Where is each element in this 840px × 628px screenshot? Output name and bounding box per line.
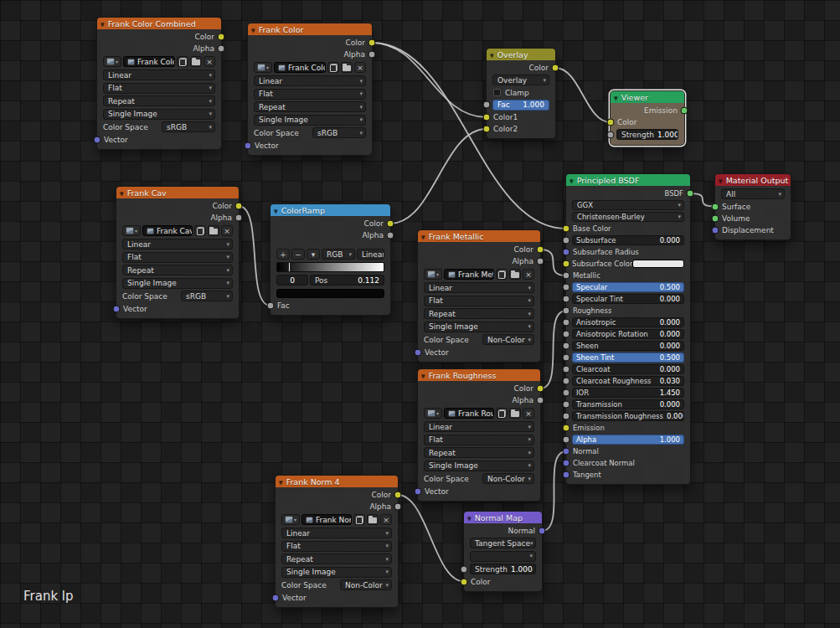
anisotropic-rotation-slider[interactable]: Anisotropic Rotation0.000 xyxy=(572,329,684,340)
socket-sheen[interactable] xyxy=(563,342,570,350)
collapse-icon[interactable]: ▼ xyxy=(569,178,574,183)
node-colorramp[interactable]: ▼ColorRampColorAlpha+−▾RGB▾Linear▾0Pos0.… xyxy=(270,203,391,316)
collapse-icon[interactable]: ▼ xyxy=(421,234,425,239)
collapse-icon[interactable]: ▼ xyxy=(100,21,105,27)
socket-color[interactable] xyxy=(368,39,376,47)
image-browse-button[interactable]: ▾ xyxy=(281,514,300,525)
node-header-frank-color-combined[interactable]: ▼Frank Color Combined xyxy=(97,18,221,29)
socket-emission[interactable] xyxy=(681,107,688,115)
socket-vector[interactable] xyxy=(245,142,252,149)
socket-subsurface_color[interactable] xyxy=(563,260,570,268)
socket-clearcoat_normal[interactable] xyxy=(563,460,570,467)
interpolation-select[interactable]: Linear▾ xyxy=(357,249,384,260)
socket-displacement[interactable] xyxy=(712,226,719,234)
clearcoat-slider[interactable]: Clearcoat0.000 xyxy=(572,364,684,375)
open-image-button[interactable] xyxy=(367,514,379,525)
socket-color[interactable] xyxy=(394,492,402,499)
socket-ior[interactable] xyxy=(563,389,570,397)
socket-alpha[interactable] xyxy=(394,503,402,511)
repeat-select[interactable]: Repeat▾ xyxy=(424,447,534,458)
socket-emission[interactable] xyxy=(563,425,570,432)
specular-slider[interactable]: Specular0.500 xyxy=(572,282,684,293)
flat-select[interactable]: Flat▾ xyxy=(122,252,233,263)
socket-anisotropic[interactable] xyxy=(563,319,570,327)
stop-position-slider[interactable]: Pos0.112 xyxy=(310,275,384,286)
socket-vector[interactable] xyxy=(113,305,121,312)
fac-slider[interactable]: Fac1.000 xyxy=(492,100,549,111)
socket-alpha[interactable] xyxy=(387,232,394,239)
flat-select[interactable]: Flat▾ xyxy=(254,89,366,100)
node-overlay[interactable]: ▼OverlayColorOverlay▾ClampFac1.000Color1… xyxy=(486,48,556,139)
collapse-icon[interactable]: ▼ xyxy=(120,190,124,196)
duplicate-image-button[interactable] xyxy=(496,408,508,419)
node-frank-cav[interactable]: ▼Frank CavColorAlpha▾Frank Cav×Linear▾Fl… xyxy=(116,186,240,319)
socket-specular[interactable] xyxy=(563,284,570,291)
transmission-roughness-slider[interactable]: Transmission Roughness0.000 xyxy=(572,411,684,422)
unlink-image-button[interactable]: × xyxy=(221,225,233,236)
node-header-overlay[interactable]: ▼Overlay xyxy=(487,49,555,60)
socket-subsurface_radius[interactable] xyxy=(563,249,570,256)
collapse-icon[interactable]: ▼ xyxy=(719,178,723,183)
color-space-select[interactable]: sRGB▾ xyxy=(312,127,366,138)
specular-tint-slider[interactable]: Specular Tint0.000 xyxy=(572,294,684,305)
node-header-frank-norm-4[interactable]: ▼Frank Norm 4 xyxy=(276,476,398,487)
socket-color[interactable] xyxy=(607,119,615,126)
socket-anisotropic_rotation[interactable] xyxy=(563,331,570,338)
color-space-select[interactable]: Non-Color▾ xyxy=(340,579,392,590)
ior-slider[interactable]: IOR1.450 xyxy=(572,388,684,399)
socket-alpha[interactable] xyxy=(235,214,243,222)
socket-alpha[interactable] xyxy=(218,45,225,53)
socket-vector[interactable] xyxy=(272,594,280,601)
collapse-icon[interactable]: ▼ xyxy=(251,27,255,33)
unlink-image-button[interactable]: × xyxy=(523,408,534,419)
node-header-material-output[interactable]: ▼Material Output xyxy=(715,174,791,186)
image-browse-button[interactable]: ▾ xyxy=(424,408,442,419)
socket-strength[interactable] xyxy=(461,565,468,573)
socket-color[interactable] xyxy=(387,220,394,228)
color-space-select[interactable]: Non-Color▾ xyxy=(482,334,534,345)
repeat-select[interactable]: Repeat▾ xyxy=(103,95,215,106)
ramp-stop-handle[interactable] xyxy=(288,262,291,272)
node-header-frank-roughness[interactable]: ▼Frank Roughness xyxy=(418,369,540,381)
open-image-button[interactable] xyxy=(341,62,353,73)
ggx-select[interactable]: GGX▾ xyxy=(572,200,684,211)
single-image-select[interactable]: Single Image▾ xyxy=(424,322,534,332)
color-ramp-gradient[interactable] xyxy=(276,262,384,272)
single-image-select[interactable]: Single Image▾ xyxy=(103,109,215,120)
linear-select[interactable]: Linear▾ xyxy=(424,282,534,293)
socket-vector[interactable] xyxy=(415,487,422,495)
open-image-button[interactable] xyxy=(509,269,521,280)
repeat-select[interactable]: Repeat▾ xyxy=(122,265,233,275)
socket-normal[interactable] xyxy=(539,528,546,535)
image-browse-button[interactable]: ▾ xyxy=(254,62,272,73)
socket-subsurface[interactable] xyxy=(563,237,570,245)
open-image-button[interactable] xyxy=(190,56,202,67)
socket-color[interactable] xyxy=(552,64,559,72)
node-material-output[interactable]: ▼Material OutputAll▾SurfaceVolumeDisplac… xyxy=(714,173,791,240)
linear-select[interactable]: Linear▾ xyxy=(122,239,233,250)
subsurface-slider[interactable]: Subsurface0.000 xyxy=(572,235,684,246)
image-name-field[interactable]: Frank Color Com... xyxy=(123,56,175,67)
single-image-select[interactable]: Single Image▾ xyxy=(122,278,233,289)
socket-tangent[interactable] xyxy=(563,471,570,479)
socket-vector[interactable] xyxy=(94,136,101,143)
overlay-select[interactable]: Overlay▾ xyxy=(492,75,549,85)
socket-fac[interactable] xyxy=(483,101,491,109)
duplicate-image-button[interactable] xyxy=(327,62,339,73)
open-image-button[interactable] xyxy=(509,408,521,419)
socket-color[interactable] xyxy=(537,385,544,393)
linear-select[interactable]: Linear▾ xyxy=(254,75,366,86)
node-principled[interactable]: ▼Principled BSDFBSDFGGX▾Christensen-Burl… xyxy=(565,173,691,485)
image-name-field[interactable]: Frank Metallic xyxy=(444,269,494,280)
socket-color[interactable] xyxy=(235,203,243,210)
image-name-field[interactable]: Frank Roughness xyxy=(444,408,494,419)
node-header-principled[interactable]: ▼Principled BSDF xyxy=(566,174,690,186)
image-name-field[interactable]: Frank Cav xyxy=(142,225,193,236)
socket-metallic[interactable] xyxy=(563,272,570,280)
socket-transmission_roughness[interactable] xyxy=(563,413,570,420)
socket-transmission[interactable] xyxy=(563,401,570,409)
socket-color1[interactable] xyxy=(483,114,491,121)
node-normal-map[interactable]: ▼Normal MapNormalTangent Space▾▾Strength… xyxy=(463,511,543,592)
linear-select[interactable]: Linear▾ xyxy=(281,528,392,538)
unlink-image-button[interactable]: × xyxy=(354,62,366,73)
